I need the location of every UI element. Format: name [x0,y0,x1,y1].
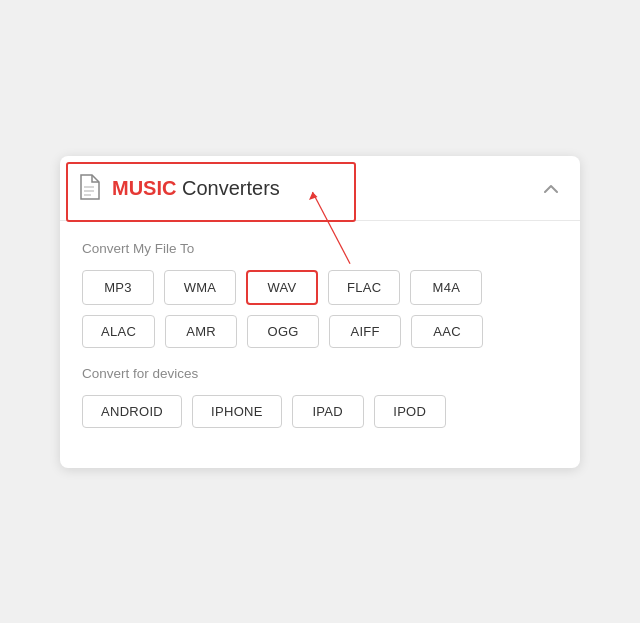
converters-label: Converters [176,177,279,199]
format-btn-m4a[interactable]: M4A [410,270,482,305]
format-btn-flac[interactable]: FLAC [328,270,400,305]
music-label: MUSIC [112,177,176,199]
format-btn-alac[interactable]: ALAC [82,315,155,348]
convert-to-label: Convert My File To [82,241,558,256]
format-btn-ipad[interactable]: IPAD [292,395,364,428]
card-header: MUSIC Converters [60,156,580,221]
format-btn-aiff[interactable]: AIFF [329,315,401,348]
format-btn-ipod[interactable]: IPOD [374,395,446,428]
format-btn-android[interactable]: ANDROID [82,395,182,428]
card-body: Convert My File To MP3 WMA WAV FLAC M4A … [60,221,580,468]
format-btn-mp3[interactable]: MP3 [82,270,154,305]
convert-to-section: Convert My File To MP3 WMA WAV FLAC M4A … [82,241,558,348]
collapse-chevron-icon[interactable] [544,180,558,198]
format-btn-iphone[interactable]: IPHONE [192,395,282,428]
format-btn-ogg[interactable]: OGG [247,315,319,348]
format-btn-aac[interactable]: AAC [411,315,483,348]
format-btn-amr[interactable]: AMR [165,315,237,348]
header-title: MUSIC Converters [112,177,280,200]
convert-for-devices-label: Convert for devices [82,366,558,381]
convert-for-devices-section: Convert for devices ANDROID IPHONE IPAD … [82,366,558,428]
file-icon [78,174,100,204]
header-left: MUSIC Converters [78,174,280,204]
format-btn-wav[interactable]: WAV [246,270,318,305]
format-btn-wma[interactable]: WMA [164,270,236,305]
music-converters-card: MUSIC Converters Convert My File To MP3 … [60,156,580,468]
format-grid-file: MP3 WMA WAV FLAC M4A ALAC AMR OGG AIFF A… [82,270,558,348]
format-grid-devices: ANDROID IPHONE IPAD IPOD [82,395,558,428]
